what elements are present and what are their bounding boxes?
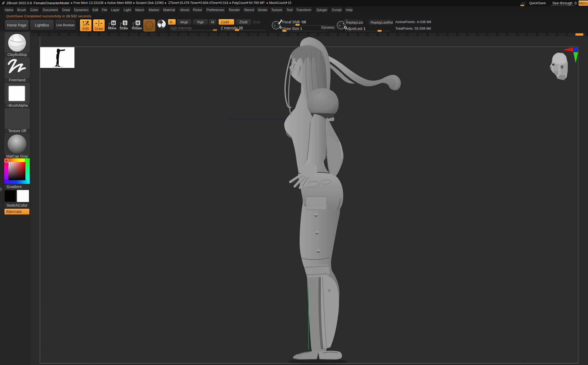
svg-text:M: M: [112, 21, 115, 25]
svg-text:S: S: [279, 25, 282, 29]
svg-text:S: S: [124, 21, 126, 25]
svg-text:+: +: [339, 24, 341, 27]
svg-text:R: R: [137, 21, 139, 25]
svg-text:+: +: [274, 24, 276, 27]
